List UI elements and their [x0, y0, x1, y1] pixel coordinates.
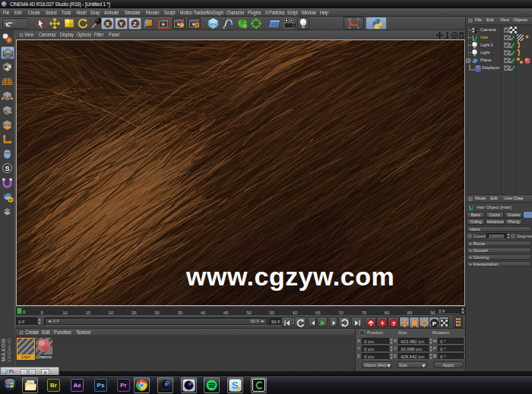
svg-text:?: ? — [392, 320, 396, 327]
svg-text:P: P — [432, 320, 437, 327]
svg-text:S: S — [5, 165, 9, 172]
